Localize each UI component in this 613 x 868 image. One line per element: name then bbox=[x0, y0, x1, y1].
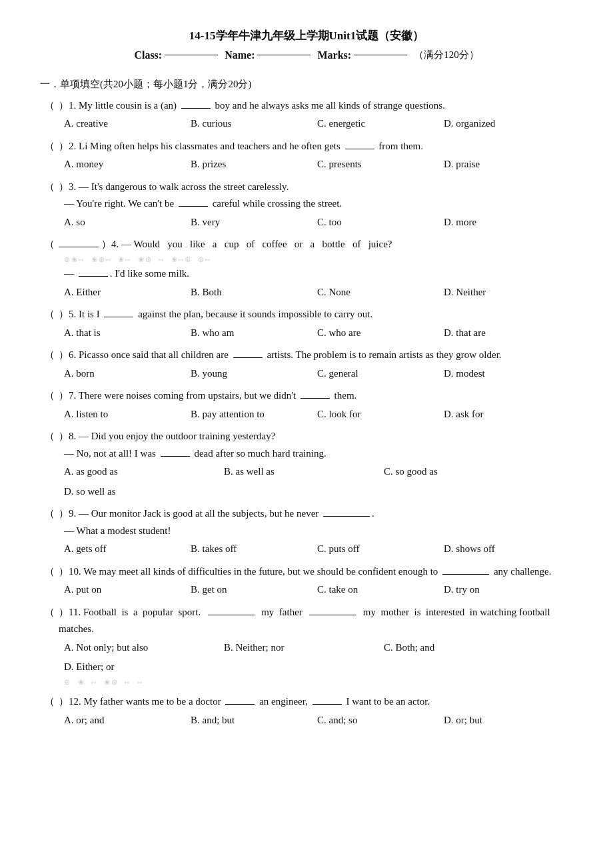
q6-blank bbox=[233, 357, 263, 358]
q2-optC: C. presents bbox=[317, 156, 444, 173]
q5-optA: A. that is bbox=[64, 325, 191, 342]
q3-options: A. so B. very C. too D. more bbox=[64, 214, 573, 231]
q12-optC: C. and; so bbox=[317, 712, 444, 729]
q6-optA: A. born bbox=[64, 365, 191, 383]
q7-optA: A. listen to bbox=[64, 406, 191, 423]
q11-blank1 bbox=[208, 615, 255, 615]
q6-optD: D. modest bbox=[444, 365, 570, 383]
q4-optB: B. Both bbox=[191, 284, 317, 301]
q8-optA: A. as good as bbox=[64, 463, 224, 481]
q11-options: A. Not only; but also B. Neither; nor C.… bbox=[64, 639, 573, 676]
section1-header: 一．单项填空(共20小题；每小题1分，满分20分) bbox=[40, 76, 573, 93]
total-marks: （满分120分） bbox=[414, 47, 479, 64]
q11-optA: A. Not only; but also bbox=[64, 639, 224, 657]
q12-blank2 bbox=[312, 704, 342, 705]
question-12: （ ）12. My father wants me to be a doctor… bbox=[40, 693, 573, 729]
q8-optB: B. as well as bbox=[224, 463, 384, 481]
marks-label: Marks: bbox=[317, 46, 351, 64]
q3-optD: D. more bbox=[444, 214, 570, 231]
q11-optB: B. Neither; nor bbox=[224, 639, 384, 657]
q9-paren: （ bbox=[40, 505, 59, 523]
q8-sub: — No, not at all! I was dead after so mu… bbox=[64, 445, 573, 463]
q10-text: ）10. We may meet all kinds of difficulti… bbox=[59, 563, 573, 581]
q10-optB: B. get on bbox=[191, 581, 317, 599]
q12-optA: A. or; and bbox=[64, 712, 191, 729]
question-10: （ ）10. We may meet all kinds of difficul… bbox=[40, 563, 573, 599]
q6-paren: （ bbox=[40, 347, 59, 364]
page-title: 14-15学年牛津九年级上学期Unit1试题（安徽） bbox=[40, 27, 573, 46]
q3-optA: A. so bbox=[64, 214, 191, 231]
q3-text: ）3. — It's dangerous to walk across the … bbox=[59, 179, 573, 196]
marks-blank bbox=[354, 55, 407, 55]
q8-paren: （ bbox=[40, 428, 59, 445]
q7-optC: C. look for bbox=[317, 406, 444, 423]
question-7: （ ）7. There were noises coming from upst… bbox=[40, 387, 573, 423]
q7-optB: B. pay attention to bbox=[191, 406, 317, 423]
q1-optC: C. energetic bbox=[317, 115, 444, 133]
question-11: （ ）11. Football is a popular sport. my f… bbox=[40, 604, 573, 689]
q3-sub: — You're right. We can't be careful whil… bbox=[64, 195, 573, 213]
class-label: Class: bbox=[134, 46, 162, 64]
q2-text: ）2. Li Ming often helps his classmates a… bbox=[59, 138, 573, 155]
q8-optC: C. so good as bbox=[384, 463, 544, 481]
q7-options: A. listen to B. pay attention to C. look… bbox=[64, 406, 573, 423]
q10-optD: D. try on bbox=[444, 581, 570, 599]
q1-optB: B. curious bbox=[191, 115, 317, 133]
q11-blank2 bbox=[309, 615, 356, 615]
q2-blank bbox=[345, 149, 374, 149]
q9-options: A. gets off B. takes off C. puts off D. … bbox=[64, 541, 573, 558]
question-3: （ ）3. — It's dangerous to walk across th… bbox=[40, 179, 573, 231]
q2-paren: （ bbox=[40, 138, 59, 155]
q6-optC: C. general bbox=[317, 365, 444, 383]
q10-optA: A. put on bbox=[64, 581, 191, 599]
q11-watermark: ⊛ ❀ ⑅ ❀⊛ ⑅ ⑅ bbox=[64, 676, 573, 689]
q4-watermark: ⊛❀⑅ ❀⊛⑅ ❀⑅ ❀⊛ ⑅ ❀⑅⊛ ⊛⑅ bbox=[64, 253, 573, 266]
q2-options: A. money B. prizes C. presents D. praise bbox=[64, 156, 573, 173]
q7-paren: （ bbox=[40, 387, 59, 405]
q10-options: A. put on B. get on C. take on D. try on bbox=[64, 581, 573, 599]
question-8: （ ）8. — Did you enjoy the outdoor traini… bbox=[40, 428, 573, 500]
q9-optC: C. puts off bbox=[317, 541, 444, 558]
q3-paren: （ bbox=[40, 179, 59, 196]
q4-optD: D. Neither bbox=[444, 284, 570, 301]
q12-options: A. or; and B. and; but C. and; so D. or;… bbox=[64, 712, 573, 729]
question-5: （ ）5. It is I against the plan, because … bbox=[40, 306, 573, 341]
q8-text: ）8. — Did you enjoy the outdoor training… bbox=[59, 428, 573, 445]
q9-optD: D. shows off bbox=[444, 541, 570, 558]
q11-optC: C. Both; and bbox=[384, 639, 544, 657]
q3-optC: C. too bbox=[317, 214, 444, 231]
q10-blank bbox=[442, 574, 489, 575]
q5-optB: B. who am bbox=[191, 325, 317, 342]
q6-optB: B. young bbox=[191, 365, 317, 383]
q1-paren: （ bbox=[40, 97, 59, 115]
question-1: （ ）1. My little cousin is a (an) boy and… bbox=[40, 97, 573, 133]
q12-text: ）12. My father wants me to be a doctor a… bbox=[59, 693, 573, 711]
q6-options: A. born B. young C. general D. modest bbox=[64, 365, 573, 383]
q3-blank bbox=[179, 206, 208, 207]
q9-sub: — What a modest student! bbox=[64, 523, 573, 540]
q4-options: A. Either B. Both C. None D. Neither bbox=[64, 284, 573, 301]
q11-optD: D. Either; or bbox=[64, 659, 224, 676]
q4-sub: — . I'd like some milk. bbox=[64, 265, 573, 283]
q4-inner-blank bbox=[59, 247, 99, 247]
class-blank bbox=[165, 55, 218, 55]
q12-paren: （ bbox=[40, 693, 59, 711]
q5-blank bbox=[104, 317, 133, 317]
q4-paren: （ bbox=[40, 236, 59, 253]
q9-optB: B. takes off bbox=[191, 541, 317, 558]
question-2: （ ）2. Li Ming often helps his classmates… bbox=[40, 138, 573, 173]
q8-optD: D. so well as bbox=[64, 483, 224, 501]
name-blank bbox=[257, 55, 310, 55]
q5-optC: C. who are bbox=[317, 325, 444, 342]
q8-options: A. as good as B. as well as C. so good a… bbox=[64, 463, 573, 500]
q9-text: ）9. — Our monitor Jack is good at all th… bbox=[59, 505, 573, 523]
q5-optD: D. that are bbox=[444, 325, 570, 342]
q12-blank1 bbox=[225, 704, 255, 705]
header-info: Class: Name: Marks: （满分120分） bbox=[40, 46, 573, 64]
question-6: （ ）6. Picasso once said that all childre… bbox=[40, 347, 573, 382]
q4-text: ）4. — Would you like a cup of coffee or … bbox=[101, 236, 573, 253]
q7-text: ）7. There were noises coming from upstai… bbox=[59, 387, 573, 405]
q11-text: ）11. Football is a popular sport. my fat… bbox=[59, 604, 573, 638]
q12-optD: D. or; but bbox=[444, 712, 570, 729]
q5-text: ）5. It is I against the plan, because it… bbox=[59, 306, 573, 323]
